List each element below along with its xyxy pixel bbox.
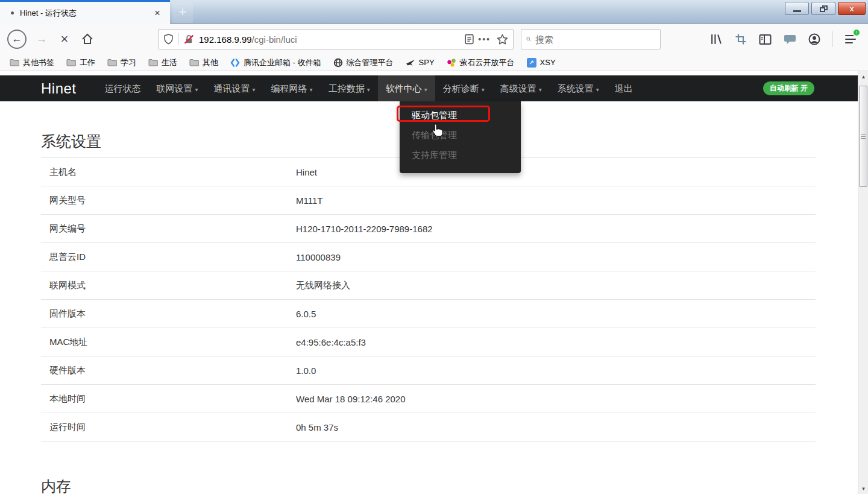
chevron-down-icon: ▾ bbox=[539, 86, 542, 93]
scroll-up-arrow-icon[interactable] bbox=[858, 72, 868, 82]
xsy-icon bbox=[527, 58, 536, 68]
screenshot-icon[interactable] bbox=[735, 33, 747, 45]
bookmark-label: 生活 bbox=[162, 57, 177, 68]
nav-item-network-settings[interactable]: 联网设置▾ bbox=[149, 75, 206, 101]
bookmark-star-icon[interactable] bbox=[497, 34, 508, 45]
bookmark-spy[interactable]: SPY bbox=[401, 57, 439, 69]
bookmark-label: XSY bbox=[540, 58, 556, 67]
update-badge-icon bbox=[852, 28, 861, 37]
restore-icon bbox=[820, 5, 828, 12]
search-input[interactable] bbox=[535, 34, 655, 45]
site-navbar: Hinet 运行状态 联网设置▾ 通讯设置▾ 编程网络▾ 工控数据▾ 软件中心▾… bbox=[0, 75, 868, 101]
account-icon[interactable] bbox=[808, 33, 820, 45]
row-label: 网关型号 bbox=[41, 195, 296, 206]
nav-item-system-settings[interactable]: 系统设置▾ bbox=[550, 75, 607, 101]
scroll-down-arrow-icon[interactable] bbox=[858, 484, 868, 494]
site-logo[interactable]: Hinet bbox=[41, 80, 77, 97]
table-row: 网关编号H120-1710-2011-2209-7989-1682 bbox=[41, 214, 816, 242]
insecure-lock-icon[interactable] bbox=[184, 34, 194, 45]
menu-item-driver-package-mgmt[interactable]: 驱动包管理 bbox=[400, 105, 521, 125]
nav-item-software-center[interactable]: 软件中心▾ bbox=[378, 75, 435, 101]
scrollbar-thumb[interactable] bbox=[859, 86, 867, 187]
folder-icon bbox=[107, 58, 117, 68]
chat-extension-icon[interactable] bbox=[784, 34, 796, 45]
bookmark-label: 萤石云开放平台 bbox=[460, 57, 515, 68]
auto-refresh-toggle[interactable]: 自动刷新 开 bbox=[763, 81, 814, 95]
chevron-down-icon: ▾ bbox=[482, 86, 485, 93]
url-text[interactable]: 192.168.9.99/cgi-bin/luci bbox=[199, 34, 464, 45]
page-actions-icon[interactable] bbox=[478, 34, 491, 44]
row-value: 1.0.0 bbox=[296, 366, 816, 376]
chevron-down-icon: ▾ bbox=[195, 86, 198, 93]
row-value: M111T bbox=[296, 195, 816, 206]
bookmark-label: 腾讯企业邮箱 - 收件箱 bbox=[244, 57, 321, 68]
table-row: 固件版本6.0.5 bbox=[41, 299, 816, 328]
row-label: MAC地址 bbox=[41, 337, 296, 348]
nav-item-analysis-diagnosis[interactable]: 分析诊断▾ bbox=[435, 75, 492, 101]
url-bar[interactable]: 192.168.9.99/cgi-bin/luci bbox=[158, 29, 514, 49]
nav-item-logout[interactable]: 退出 bbox=[607, 75, 641, 101]
url-host: 192.168.9.99 bbox=[199, 34, 252, 45]
browser-tab[interactable]: Hinet - 运行状态 bbox=[0, 0, 170, 24]
bookmark-folder-study[interactable]: 学习 bbox=[102, 56, 141, 69]
system-info-table: 主机名Hinet 网关型号M111T 网关编号H120-1710-2011-22… bbox=[41, 157, 816, 442]
menu-button[interactable] bbox=[845, 33, 857, 45]
window-minimize-button[interactable] bbox=[785, 2, 809, 15]
page-content: 系统设置 主机名Hinet 网关型号M111T 网关编号H120-1710-20… bbox=[0, 131, 868, 494]
bookmark-label: 学习 bbox=[121, 57, 136, 68]
reader-mode-icon[interactable] bbox=[464, 34, 474, 45]
nav-item-run-status[interactable]: 运行状态 bbox=[97, 75, 149, 101]
library-icon[interactable] bbox=[710, 33, 723, 45]
row-value: Wed Mar 18 09:12:46 2020 bbox=[296, 394, 816, 404]
table-row: 网关型号M111T bbox=[41, 186, 816, 214]
tracking-shield-icon[interactable] bbox=[163, 34, 174, 45]
page-scrollbar[interactable] bbox=[858, 71, 868, 494]
bookmark-folder-other-bookmarks[interactable]: 其他书签 bbox=[5, 56, 59, 69]
row-label: 联网模式 bbox=[41, 280, 296, 291]
bookmark-folder-life[interactable]: 生活 bbox=[143, 56, 182, 69]
folder-icon bbox=[189, 58, 199, 68]
row-label: 固件版本 bbox=[41, 308, 296, 320]
home-icon bbox=[81, 33, 93, 45]
chevron-down-icon: ▾ bbox=[367, 86, 370, 93]
bookmark-xsy[interactable]: XSY bbox=[522, 57, 561, 69]
bookmark-folder-misc[interactable]: 其他 bbox=[184, 56, 223, 69]
home-button[interactable] bbox=[78, 30, 96, 48]
tab-close-icon[interactable] bbox=[151, 7, 164, 19]
forward-button[interactable] bbox=[33, 30, 51, 48]
row-value: 0h 5m 37s bbox=[296, 422, 816, 432]
chevron-down-icon: ▾ bbox=[253, 86, 256, 93]
stop-button[interactable] bbox=[55, 30, 74, 48]
row-label: 硬件版本 bbox=[41, 365, 296, 376]
window-close-button[interactable] bbox=[838, 2, 866, 15]
window-restore-button[interactable] bbox=[811, 2, 835, 15]
sidebar-icon[interactable] bbox=[759, 34, 772, 45]
folder-icon bbox=[10, 58, 19, 68]
nav-item-comm-settings[interactable]: 通讯设置▾ bbox=[206, 75, 263, 101]
scrollbar-grip bbox=[861, 133, 866, 140]
back-button[interactable] bbox=[7, 30, 27, 49]
bookmark-ezviz-platform[interactable]: 萤石云开放平台 bbox=[442, 56, 520, 69]
bookmark-folder-work[interactable]: 工作 bbox=[61, 56, 100, 69]
bookmark-label: 其他 bbox=[203, 57, 218, 68]
menu-item-transfer-package-mgmt[interactable]: 传输包管理 bbox=[400, 125, 521, 145]
row-label: 运行时间 bbox=[41, 422, 296, 433]
new-tab-button[interactable] bbox=[172, 2, 193, 23]
row-value: 无线网络接入 bbox=[296, 280, 816, 291]
search-bar[interactable] bbox=[521, 29, 661, 49]
browser-toolbar: 192.168.9.99/cgi-bin/luci bbox=[0, 24, 868, 54]
nav-item-advanced-settings[interactable]: 高级设置▾ bbox=[492, 75, 550, 101]
row-value: 110000839 bbox=[296, 252, 816, 262]
bookmark-tencent-exmail[interactable]: 腾讯企业邮箱 - 收件箱 bbox=[225, 56, 326, 69]
tab-title: Hinet - 运行状态 bbox=[20, 8, 151, 19]
nav-item-programming-network[interactable]: 编程网络▾ bbox=[263, 75, 321, 101]
hand-cursor bbox=[431, 123, 444, 138]
urlbar-divider bbox=[178, 33, 179, 45]
table-row: 本地时间Wed Mar 18 09:12:46 2020 bbox=[41, 384, 816, 413]
row-label: 思普云ID bbox=[41, 252, 296, 263]
menu-item-support-library-mgmt[interactable]: 支持库管理 bbox=[400, 145, 521, 165]
nav-item-industrial-data[interactable]: 工控数据▾ bbox=[321, 75, 378, 101]
row-value: e4:95:6e:4c:a5:f3 bbox=[296, 337, 816, 347]
bookmark-mgmt-platform[interactable]: 综合管理平台 bbox=[329, 56, 398, 69]
bookmark-label: 综合管理平台 bbox=[347, 57, 394, 68]
